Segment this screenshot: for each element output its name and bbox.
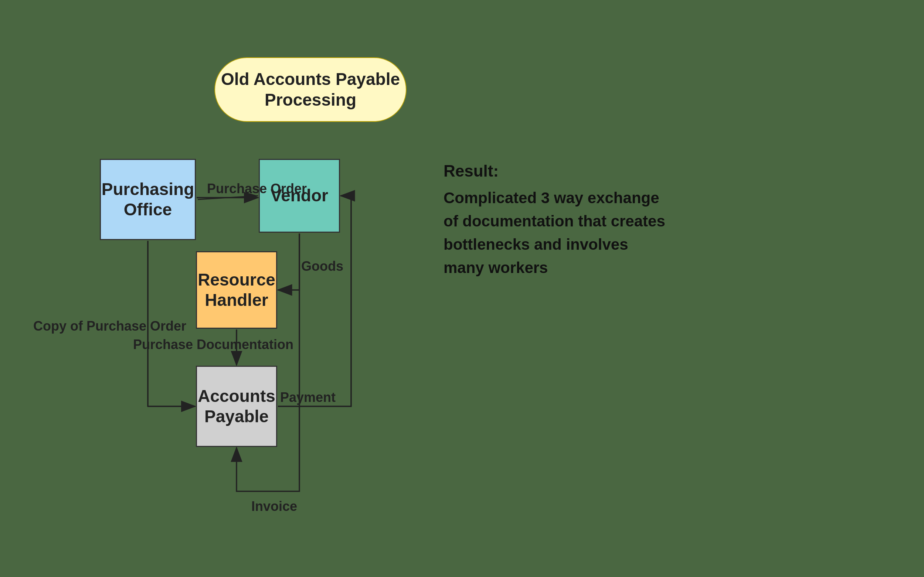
arrows-clean bbox=[0, 0, 924, 577]
box-accounts: Accounts Payable bbox=[196, 366, 277, 447]
label-goods: Goods bbox=[301, 259, 343, 274]
result-title: Result: bbox=[444, 159, 665, 183]
purchasing-label: Purchasing Office bbox=[101, 179, 195, 220]
box-resource: Resource Handler bbox=[196, 251, 277, 329]
label-purchase-order: Purchase Order bbox=[207, 181, 307, 197]
label-copy-po: Copy of Purchase Order bbox=[33, 318, 137, 335]
result-section: Result: Complicated 3 way exchange of do… bbox=[444, 159, 665, 279]
arrows-svg bbox=[0, 0, 924, 577]
title-pill: Old Accounts Payable Processing bbox=[214, 57, 407, 122]
title-text: Old Accounts Payable Processing bbox=[215, 69, 406, 110]
accounts-label: Accounts Payable bbox=[197, 386, 276, 427]
resource-label: Resource Handler bbox=[197, 270, 276, 310]
label-purchase-doc: Purchase Documentation bbox=[133, 336, 229, 353]
box-purchasing: Purchasing Office bbox=[100, 159, 196, 240]
label-invoice: Invoice bbox=[251, 499, 297, 514]
diagram-container: Old Accounts Payable Processing Purchasi… bbox=[0, 0, 924, 577]
label-payment: Payment bbox=[280, 390, 336, 405]
result-body: Complicated 3 way exchange of documentat… bbox=[444, 186, 665, 279]
